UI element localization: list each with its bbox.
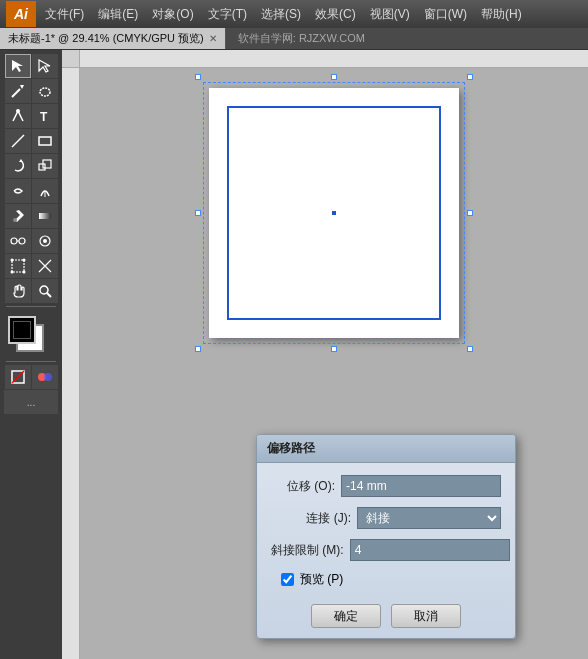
svg-point-19 xyxy=(10,259,13,262)
svg-line-24 xyxy=(47,293,51,297)
svg-point-11 xyxy=(13,218,17,222)
menu-file[interactable]: 文件(F) xyxy=(38,4,91,25)
color-mode-tool[interactable] xyxy=(32,365,58,389)
svg-rect-18 xyxy=(12,260,24,272)
direct-selection-tool[interactable] xyxy=(32,54,58,78)
width-tool[interactable] xyxy=(32,179,58,203)
handle-top-mid[interactable] xyxy=(331,74,337,80)
rotate-tool[interactable] xyxy=(5,154,31,178)
join-label: 连接 (J): xyxy=(271,510,351,527)
slice-tool[interactable] xyxy=(32,254,58,278)
menu-effect[interactable]: 效果(C) xyxy=(308,4,363,25)
symbol-tool[interactable] xyxy=(32,229,58,253)
menu-text[interactable]: 文字(T) xyxy=(201,4,254,25)
rect-tool[interactable] xyxy=(32,129,58,153)
svg-point-14 xyxy=(19,238,25,244)
svg-rect-6 xyxy=(39,137,51,145)
center-point xyxy=(332,211,336,215)
magic-wand-tool[interactable] xyxy=(5,79,31,103)
preview-label[interactable]: 预览 (P) xyxy=(300,571,343,588)
color-area xyxy=(6,314,56,358)
svg-marker-1 xyxy=(20,85,24,89)
svg-line-5 xyxy=(12,135,24,147)
toolbar-separator-2 xyxy=(6,361,56,362)
menu-object[interactable]: 对象(O) xyxy=(145,4,200,25)
blend-tool[interactable] xyxy=(5,229,31,253)
selection-tool[interactable] xyxy=(5,54,31,78)
eyedropper-tool[interactable] xyxy=(5,204,31,228)
tool-row-7 xyxy=(5,204,58,228)
handle-bot-mid[interactable] xyxy=(331,346,337,352)
line-tool[interactable] xyxy=(5,129,31,153)
menu-window[interactable]: 窗口(W) xyxy=(417,4,474,25)
miter-row: 斜接限制 (M): xyxy=(271,539,501,561)
document-canvas[interactable]: 偏移路径 位移 (O): 连接 (J): 斜接 圆角 斜面 xyxy=(80,68,588,659)
dialog-footer: 确定 取消 xyxy=(257,598,515,638)
handle-top-left[interactable] xyxy=(195,74,201,80)
tool-row-2 xyxy=(5,79,58,103)
titlebar: Ai 文件(F) 编辑(E) 对象(O) 文字(T) 选择(S) 效果(C) 视… xyxy=(0,0,588,28)
fill-none-tool[interactable] xyxy=(5,365,31,389)
handle-mid-left[interactable] xyxy=(195,210,201,216)
preview-checkbox[interactable] xyxy=(281,573,294,586)
svg-point-28 xyxy=(44,373,52,381)
tool-row-5 xyxy=(5,154,58,178)
artboard-tool[interactable] xyxy=(5,254,31,278)
svg-point-22 xyxy=(22,271,25,274)
menu-edit[interactable]: 编辑(E) xyxy=(91,4,145,25)
svg-line-0 xyxy=(12,89,20,97)
toolbar-separator xyxy=(6,306,56,307)
tool-row-6 xyxy=(5,179,58,203)
ai-logo: Ai xyxy=(6,1,36,27)
toolbar: T xyxy=(0,50,62,659)
tab-close-button[interactable]: ✕ xyxy=(209,33,217,44)
stroke-color[interactable] xyxy=(8,316,36,344)
more-tools[interactable]: ... xyxy=(4,390,58,414)
tab-document-label: 未标题-1* @ 29.41% (CMYK/GPU 预览) xyxy=(8,31,204,46)
tool-row-extra xyxy=(5,365,58,389)
zoom-tool[interactable] xyxy=(32,279,58,303)
svg-point-3 xyxy=(16,109,20,113)
join-select[interactable]: 斜接 圆角 斜面 xyxy=(357,507,501,529)
artboard xyxy=(209,88,459,338)
ruler-horizontal xyxy=(62,50,588,68)
handle-bot-right[interactable] xyxy=(467,346,473,352)
fill-color xyxy=(13,321,31,339)
handle-top-right[interactable] xyxy=(467,74,473,80)
miter-input[interactable] xyxy=(350,539,510,561)
tab-document[interactable]: 未标题-1* @ 29.41% (CMYK/GPU 预览) ✕ xyxy=(0,28,226,49)
svg-text:T: T xyxy=(40,110,48,124)
tool-row-8 xyxy=(5,229,58,253)
offset-input[interactable] xyxy=(341,475,501,497)
menu-select[interactable]: 选择(S) xyxy=(254,4,308,25)
svg-point-17 xyxy=(43,239,47,243)
svg-point-21 xyxy=(10,271,13,274)
main-area: T xyxy=(0,50,588,659)
tool-row-10 xyxy=(5,279,58,303)
tabbar: 未标题-1* @ 29.41% (CMYK/GPU 预览) ✕ 软件自学网: R… xyxy=(0,28,588,50)
offset-path-dialog: 偏移路径 位移 (O): 连接 (J): 斜接 圆角 斜面 xyxy=(256,434,516,639)
tab-promo-label: 软件自学网: RJZXW.COM xyxy=(238,31,365,46)
hand-tool[interactable] xyxy=(5,279,31,303)
menu-view[interactable]: 视图(V) xyxy=(363,4,417,25)
lasso-tool[interactable] xyxy=(32,79,58,103)
handle-mid-right[interactable] xyxy=(467,210,473,216)
miter-label: 斜接限制 (M): xyxy=(271,542,344,559)
menu-help[interactable]: 帮助(H) xyxy=(474,4,529,25)
dialog-body: 位移 (O): 连接 (J): 斜接 圆角 斜面 斜接限制 (M): xyxy=(257,463,515,598)
preview-row: 预览 (P) xyxy=(281,571,501,588)
cancel-button[interactable]: 取消 xyxy=(391,604,461,628)
warp-tool[interactable] xyxy=(5,179,31,203)
svg-marker-7 xyxy=(19,159,23,162)
pen-tool[interactable] xyxy=(5,104,31,128)
svg-point-2 xyxy=(40,88,50,96)
ruler-vertical xyxy=(62,50,80,659)
svg-point-23 xyxy=(40,286,48,294)
ok-button[interactable]: 确定 xyxy=(311,604,381,628)
handle-bot-left[interactable] xyxy=(195,346,201,352)
tool-row-3: T xyxy=(5,104,58,128)
scale-tool[interactable] xyxy=(32,154,58,178)
gradient-tool[interactable] xyxy=(32,204,58,228)
type-tool[interactable]: T xyxy=(32,104,58,128)
offset-row: 位移 (O): xyxy=(271,475,501,497)
